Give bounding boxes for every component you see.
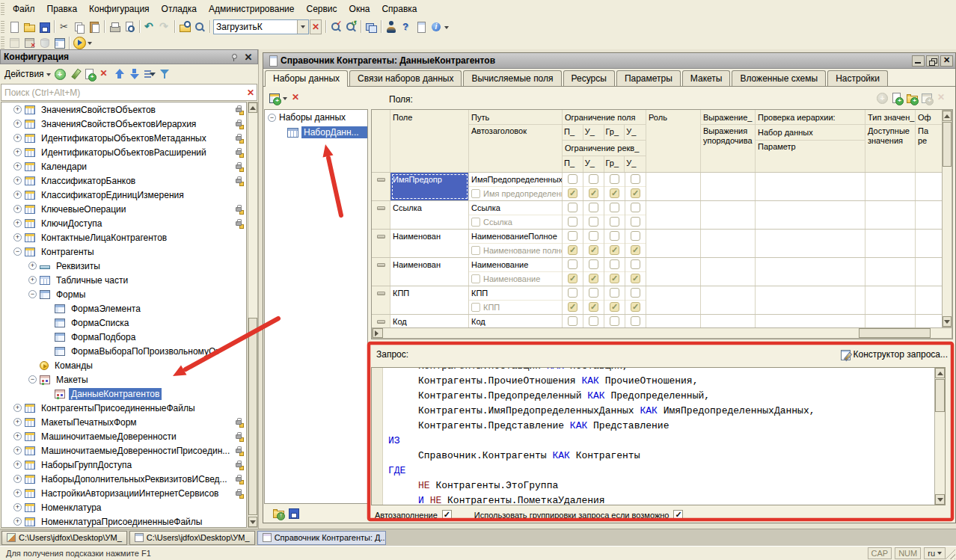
open-icon[interactable] — [23, 21, 35, 33]
path-cell[interactable]: КодКод — [469, 315, 563, 327]
window-close-icon[interactable] — [23, 37, 35, 49]
tree-item[interactable]: +КонтактныеЛицаКонтрагентов — [1, 230, 246, 244]
appearance-cell[interactable] — [916, 286, 942, 314]
quick-search-input[interactable] — [214, 22, 297, 32]
field-restriction-checkbox[interactable] — [631, 288, 640, 298]
value-type-cell[interactable] — [865, 173, 916, 200]
table-row[interactable]: НаименованНаименованиеНаименование — [372, 258, 942, 286]
dropdown-arrow-icon[interactable] — [282, 93, 289, 103]
attr-restriction-checkbox[interactable] — [631, 188, 640, 198]
restriction-cell[interactable] — [625, 315, 646, 327]
expression-cell[interactable] — [701, 315, 756, 327]
hierarchy-cell[interactable] — [756, 230, 865, 257]
attr-restriction-checkbox[interactable] — [610, 302, 619, 312]
tab-item[interactable]: Связи наборов данных — [349, 70, 462, 86]
close-panel-icon[interactable]: ✕ — [242, 52, 254, 63]
find-icon[interactable] — [179, 21, 191, 33]
field-restriction-checkbox[interactable] — [568, 259, 577, 269]
value-type-cell[interactable] — [865, 286, 916, 314]
dropdown-arrow-icon[interactable] — [87, 37, 94, 48]
expand-icon[interactable]: + — [13, 191, 22, 199]
search-input[interactable] — [1, 86, 245, 99]
attr-restriction-checkbox[interactable] — [568, 217, 577, 227]
restriction-cell[interactable] — [583, 201, 604, 229]
field-restriction-checkbox[interactable] — [610, 316, 619, 326]
new-icon[interactable] — [8, 21, 20, 33]
field-restriction-checkbox[interactable] — [610, 174, 619, 184]
hierarchy-cell[interactable] — [756, 315, 865, 327]
doc-icon[interactable] — [415, 21, 427, 33]
attr-restriction-checkbox[interactable] — [568, 188, 577, 198]
attr-restriction-checkbox[interactable] — [610, 274, 619, 283]
taskbar-tab[interactable]: C:\Users\jdfox\Desktop\УМ_ — [129, 531, 255, 545]
field-name-cell[interactable]: Наименован — [390, 230, 469, 257]
field-restriction-checkbox[interactable] — [610, 203, 619, 212]
row-handle-cell[interactable] — [372, 286, 390, 314]
syntax-restart-icon[interactable]: ↺ — [345, 21, 357, 33]
attr-restriction-checkbox[interactable] — [589, 217, 598, 227]
dropdown-arrow-icon[interactable] — [46, 69, 52, 79]
collapse-icon[interactable]: − — [28, 375, 37, 384]
tab-item[interactable]: Настройки — [827, 70, 888, 86]
value-type-cell[interactable] — [865, 230, 916, 257]
paste-icon[interactable] — [88, 21, 100, 33]
tree-item[interactable]: +Реквизиты — [1, 259, 246, 273]
row-handle-cell[interactable] — [372, 258, 390, 286]
tree-item[interactable]: +КлассификаторЕдиницИзмерения — [1, 188, 246, 202]
field-name-cell[interactable]: Ссылка — [390, 201, 469, 229]
expand-icon[interactable]: + — [13, 176, 22, 185]
expand-icon[interactable]: + — [13, 446, 22, 455]
row-handle-cell[interactable] — [372, 201, 390, 229]
tree-item[interactable]: +МакетыПечатныхФорм — [1, 415, 246, 429]
scroll-thumb[interactable] — [943, 122, 952, 167]
expand-icon[interactable]: + — [13, 162, 22, 170]
print-icon[interactable] — [108, 21, 120, 33]
collapse-icon[interactable]: − — [28, 290, 37, 298]
field-restriction-checkbox[interactable] — [589, 174, 598, 184]
restriction-cell[interactable] — [583, 315, 604, 327]
tree-item[interactable]: +НаборыГруппДоступа — [1, 458, 246, 472]
restriction-column-header[interactable]: Ограничение поля П_ У_ Гр_ У_ Ограничени… — [563, 110, 646, 172]
undo-icon[interactable] — [144, 21, 156, 33]
scroll-up-icon[interactable] — [935, 368, 945, 378]
scroll-thumb[interactable] — [248, 318, 257, 515]
dataset-item-row[interactable]: НаборДанн... — [265, 125, 367, 140]
edit-icon[interactable] — [69, 68, 81, 80]
tab-item[interactable]: Параметры — [616, 70, 681, 86]
expand-icon[interactable]: + — [13, 233, 22, 241]
expand-icon[interactable]: + — [13, 489, 22, 497]
field-restriction-checkbox[interactable] — [568, 174, 577, 184]
windows-icon[interactable] — [365, 21, 377, 33]
row-handle-cell[interactable] — [372, 173, 390, 200]
value-type-cell[interactable] — [865, 315, 916, 327]
field-restriction-checkbox[interactable] — [568, 316, 577, 326]
tree-item[interactable]: +НоменклатураПрисоединенныеФайлы — [1, 514, 246, 528]
restriction-cell[interactable] — [604, 315, 625, 327]
field-restriction-checkbox[interactable] — [568, 203, 577, 212]
role-cell[interactable] — [646, 286, 701, 314]
hierarchy-cell[interactable] — [756, 201, 865, 229]
table-row[interactable]: ИмяПредопрИмяПредопределенныхДа...Имя пр… — [372, 173, 942, 201]
datasets-root-row[interactable]: − Наборы данных — [265, 110, 367, 125]
scroll-thumb[interactable] — [859, 328, 931, 338]
field-restriction-checkbox[interactable] — [568, 288, 577, 298]
grid-vscrollbar[interactable] — [942, 110, 952, 327]
expand-icon[interactable]: + — [13, 432, 22, 440]
restriction-cell[interactable] — [563, 315, 583, 327]
tree-item[interactable]: +ЗначенияСвойствОбъектов — [1, 102, 246, 117]
delete-icon[interactable] — [290, 92, 302, 104]
expand-icon[interactable]: + — [13, 517, 22, 526]
taskbar-tab[interactable]: C:\Users\jdfox\Desktop\УМ_ — [1, 531, 127, 545]
collapse-icon[interactable]: − — [268, 114, 276, 122]
menu-item[interactable]: Отладка — [156, 1, 203, 16]
language-selector[interactable]: ru — [924, 547, 946, 559]
restriction-cell[interactable] — [604, 230, 625, 257]
expand-icon[interactable]: + — [13, 503, 22, 511]
menu-item[interactable]: Сервис — [300, 1, 343, 16]
restriction-cell[interactable] — [604, 201, 625, 229]
hierarchy-cell[interactable] — [756, 286, 865, 314]
tree-item[interactable]: +КлассификаторБанков — [1, 173, 246, 188]
resize-grip[interactable] — [945, 549, 955, 559]
attr-restriction-checkbox[interactable] — [631, 274, 640, 283]
restriction-cell[interactable] — [625, 173, 646, 200]
